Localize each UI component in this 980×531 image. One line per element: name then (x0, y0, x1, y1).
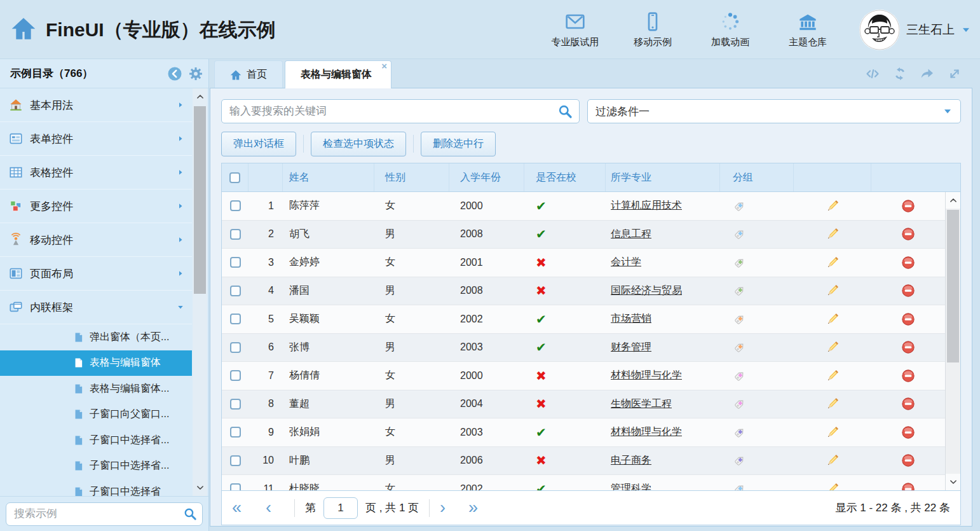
row-checkbox[interactable] (230, 286, 241, 296)
row-checkbox[interactable] (230, 483, 241, 490)
filter-dropdown[interactable]: 过滤条件一 (587, 99, 961, 123)
major-link[interactable]: 管理科学 (611, 482, 651, 490)
delete-button[interactable] (901, 227, 915, 241)
row-checkbox[interactable] (230, 314, 241, 324)
check-selection-button[interactable]: 检查选中项状态 (311, 132, 406, 156)
scroll-up-button[interactable] (946, 192, 960, 209)
sidebar-group-2[interactable]: 表格控件 (0, 156, 192, 190)
scroll-up-button[interactable] (193, 88, 207, 105)
row-checkbox[interactable] (230, 342, 241, 353)
prev-page-button[interactable]: ‹ (266, 499, 271, 516)
last-page-button[interactable]: » (468, 499, 478, 516)
delete-selected-button[interactable]: 删除选中行 (421, 132, 496, 156)
major-link[interactable]: 电子商务 (611, 454, 651, 467)
user-menu[interactable]: 三生石上 (859, 10, 971, 50)
edit-button[interactable] (825, 255, 840, 270)
major-link[interactable]: 信息工程 (611, 228, 651, 241)
delete-button[interactable] (901, 482, 915, 490)
sidebar-subitem-3[interactable]: 子窗口向父窗口... (0, 402, 192, 428)
tag-icon[interactable] (733, 284, 747, 298)
delete-button[interactable] (901, 199, 915, 213)
header-action-loading-animation[interactable]: 加载动画 (704, 11, 756, 48)
tag-icon[interactable] (733, 256, 747, 270)
expand-icon[interactable] (947, 66, 962, 81)
scrollbar-thumb[interactable] (947, 210, 959, 362)
edit-button[interactable] (825, 283, 840, 298)
sidebar-subitem-5[interactable]: 子窗口中选择省... (0, 453, 192, 479)
delete-button[interactable] (901, 453, 915, 467)
edit-button[interactable] (825, 368, 840, 383)
tag-icon[interactable] (733, 369, 747, 383)
next-page-button[interactable]: › (440, 499, 446, 516)
share-icon[interactable] (920, 66, 935, 81)
page-number-input[interactable] (323, 497, 358, 519)
tag-icon[interactable] (733, 425, 747, 439)
major-link[interactable]: 材料物理与化学 (611, 425, 682, 439)
sidebar-group-5[interactable]: 页面布局 (0, 257, 192, 291)
row-checkbox[interactable] (230, 370, 241, 381)
sidebar-subitem-4[interactable]: 子窗口中选择省... (0, 427, 192, 453)
major-link[interactable]: 材料物理与化学 (611, 369, 682, 382)
header-action-mobile-demo[interactable]: 移动示例 (627, 11, 679, 48)
delete-button[interactable] (901, 369, 915, 383)
scroll-down-button[interactable] (946, 474, 960, 490)
delete-button[interactable] (901, 284, 915, 298)
grid-scrollbar[interactable] (945, 192, 960, 490)
edit-button[interactable] (825, 481, 840, 490)
close-icon[interactable]: × (381, 61, 387, 71)
source-code-icon[interactable] (865, 66, 880, 81)
major-link[interactable]: 国际经济与贸易 (611, 284, 682, 298)
sidebar-group-3[interactable]: 更多控件 (0, 190, 192, 223)
first-page-button[interactable]: « (232, 499, 242, 516)
gear-icon[interactable] (188, 66, 203, 81)
major-link[interactable]: 生物医学工程 (611, 397, 672, 411)
row-checkbox[interactable] (230, 427, 241, 438)
sidebar-search-input[interactable] (6, 502, 203, 526)
select-all-checkbox[interactable] (229, 172, 240, 183)
delete-button[interactable] (901, 256, 915, 270)
edit-button[interactable] (825, 396, 840, 411)
collapse-sidebar-icon[interactable] (167, 66, 182, 81)
edit-button[interactable] (825, 226, 840, 242)
edit-button[interactable] (825, 198, 840, 214)
major-link[interactable]: 财务管理 (611, 341, 651, 354)
delete-button[interactable] (901, 397, 915, 411)
row-checkbox[interactable] (230, 229, 241, 240)
row-checkbox[interactable] (230, 257, 241, 268)
sidebar-group-6[interactable]: 内联框架 (0, 291, 192, 324)
row-checkbox[interactable] (230, 399, 241, 410)
open-dialog-button[interactable]: 弹出对话框 (221, 132, 296, 156)
major-link[interactable]: 市场营销 (611, 312, 651, 326)
tab-home[interactable]: 首页 (214, 60, 283, 88)
tag-icon[interactable] (733, 227, 747, 241)
keyword-search-input[interactable] (221, 99, 580, 123)
delete-button[interactable] (901, 340, 915, 354)
header-action-pro-trial[interactable]: 专业版试用 (549, 11, 601, 48)
row-checkbox[interactable] (230, 200, 241, 211)
scroll-down-button[interactable] (193, 479, 207, 496)
scrollbar-thumb[interactable] (194, 106, 206, 294)
tag-icon[interactable] (733, 340, 747, 354)
home-icon[interactable] (10, 16, 37, 41)
header-action-theme-repo[interactable]: 主题仓库 (782, 11, 834, 48)
delete-button[interactable] (901, 312, 915, 326)
delete-button[interactable] (901, 425, 915, 439)
edit-button[interactable] (825, 340, 840, 355)
sidebar-scrollbar[interactable] (193, 88, 207, 496)
refresh-icon[interactable] (892, 66, 908, 81)
edit-button[interactable] (825, 425, 840, 440)
sidebar-group-1[interactable]: 表单控件 (0, 122, 192, 156)
tag-icon[interactable] (733, 312, 747, 326)
tab-table-edit-window[interactable]: 表格与编辑窗体 × (285, 60, 391, 88)
major-link[interactable]: 会计学 (611, 256, 641, 269)
edit-button[interactable] (825, 453, 840, 468)
sidebar-group-0[interactable]: 基本用法 (0, 88, 192, 122)
sidebar-subitem-2[interactable]: 表格与编辑窗体... (0, 376, 192, 402)
search-icon[interactable] (183, 507, 197, 521)
edit-button[interactable] (825, 312, 840, 327)
major-link[interactable]: 计算机应用技术 (611, 199, 682, 212)
row-checkbox[interactable] (230, 455, 241, 466)
sidebar-subitem-6[interactable]: 子窗口中选择省 (0, 479, 192, 496)
tag-icon[interactable] (733, 199, 747, 213)
sidebar-subitem-0[interactable]: 弹出窗体（本页... (0, 324, 192, 350)
